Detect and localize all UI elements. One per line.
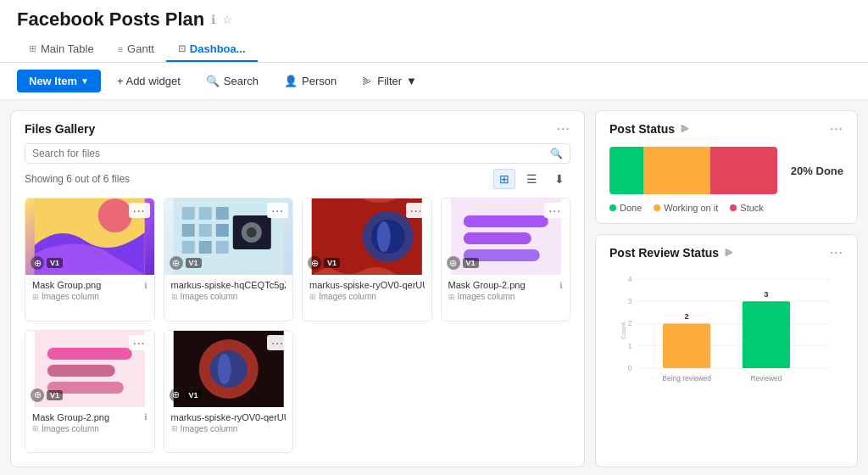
svg-rect-4: [198, 207, 211, 220]
version-badge: V1: [47, 258, 63, 268]
thumb-badge: ⊕ V1: [31, 256, 63, 270]
new-item-button[interactable]: New Item ▼: [17, 70, 101, 92]
file-info: markus-spiske-ryOV0-qerUU-... ℹ ⊞ Images…: [303, 275, 431, 305]
grid-icon: ⊞: [32, 293, 39, 301]
add-widget-button[interactable]: + Add widget: [108, 70, 190, 92]
tab-main-table[interactable]: ⊞ Main Table: [17, 37, 106, 62]
file-card-menu-icon[interactable]: ···: [129, 203, 150, 218]
file-card: ··· ⊕ V1 Mask Group.png ℹ ⊞ Images colum…: [25, 198, 155, 321]
file-thumbnail: ··· ⊕ V1: [164, 331, 293, 407]
grid-view-button[interactable]: ⊞: [493, 169, 515, 189]
app-header: Facebook Posts Plan ℹ ☆ ⊞ Main Table ≡ G…: [0, 0, 868, 63]
file-info: Mask Group.png ℹ ⊞ Images column: [25, 275, 154, 305]
svg-rect-9: [181, 241, 194, 254]
file-info: Mask Group-2.png ℹ ⊞ Images column: [25, 407, 154, 437]
version-badge: V1: [463, 258, 479, 268]
tab-dashboard[interactable]: ⊡ Dashboa...: [166, 37, 258, 62]
thumb-badge: ⊕ V1: [31, 388, 63, 402]
file-grid: ··· ⊕ V1 Mask Group.png ℹ ⊞ Images colum…: [11, 194, 584, 467]
add-badge-icon[interactable]: ⊕: [31, 388, 44, 402]
person-button[interactable]: 👤 Person: [275, 70, 346, 92]
star-icon[interactable]: ☆: [222, 13, 233, 26]
version-badge: V1: [186, 390, 202, 400]
file-card: ··· ⊕ V1 markus-spiske-hqCEQTc5gZ... ℹ ⊞…: [164, 198, 294, 321]
file-name: Mask Group-2.png ℹ: [448, 280, 564, 290]
file-thumbnail: ··· ⊕ V1: [25, 198, 154, 275]
file-card-menu-icon[interactable]: ···: [129, 335, 150, 350]
file-card-menu-icon[interactable]: ···: [544, 203, 565, 218]
svg-rect-24: [47, 348, 132, 360]
files-search-bar[interactable]: 🔍: [25, 143, 570, 164]
filter-icon[interactable]: ⫸: [680, 123, 690, 135]
info-icon[interactable]: ℹ: [559, 281, 563, 290]
legend-dot-working: [654, 204, 660, 211]
file-card-menu-icon[interactable]: ···: [267, 335, 288, 350]
svg-text:2: 2: [628, 319, 632, 327]
bar-working: [643, 147, 710, 194]
filter-button[interactable]: ⫸ Filter ▼: [353, 70, 426, 92]
file-card: ··· ⊕ V1 Mask Group-2.png ℹ ⊞ Images col…: [25, 330, 155, 454]
post-status-title: Post Status ⫸: [609, 122, 690, 136]
add-badge-icon[interactable]: ⊕: [31, 256, 44, 270]
file-column-label: ⊞ Images column: [309, 292, 425, 301]
search-icon: 🔍: [550, 148, 563, 159]
showing-count: Showing 6 out of 6 files: [25, 173, 130, 185]
tab-gantt[interactable]: ≡ Gantt: [106, 37, 166, 62]
svg-point-14: [246, 227, 256, 238]
post-review-menu-icon[interactable]: ···: [830, 245, 843, 260]
page-title-row: Facebook Posts Plan ℹ ☆: [17, 8, 851, 37]
svg-rect-10: [198, 241, 211, 254]
legend-dot-stuck: [730, 204, 737, 211]
svg-text:0: 0: [628, 364, 632, 372]
thumb-badge: ⊕ V1: [170, 388, 202, 402]
file-name: Mask Group-2.png ℹ: [32, 412, 147, 422]
info-icon[interactable]: ℹ: [144, 281, 147, 290]
add-badge-icon[interactable]: ⊕: [170, 256, 183, 270]
grid-icon: ⊞: [171, 424, 178, 433]
add-badge-icon[interactable]: ⊕: [447, 256, 460, 270]
post-status-menu-icon[interactable]: ···: [830, 121, 843, 137]
file-card-menu-icon[interactable]: ···: [267, 203, 288, 218]
legend-working: Working on it: [654, 203, 718, 213]
filter-icon: ⫸: [362, 75, 373, 87]
svg-text:3: 3: [764, 290, 768, 299]
file-name: Mask Group.png ℹ: [32, 280, 147, 290]
files-gallery-header: Files Gallery ···: [11, 111, 584, 143]
add-badge-icon[interactable]: ⊕: [308, 256, 321, 270]
file-card-menu-icon[interactable]: ···: [406, 203, 427, 218]
view-controls: ⊞ ☰ ⬇: [493, 169, 570, 189]
download-button[interactable]: ⬇: [548, 169, 570, 189]
svg-rect-3: [181, 207, 194, 220]
info-icon[interactable]: ℹ: [211, 13, 215, 26]
file-name: markus-spiske-ryOV0-qerUU-... ℹ: [171, 412, 287, 422]
search-button[interactable]: 🔍 Search: [197, 70, 268, 92]
svg-rect-44: [743, 301, 790, 368]
filter-icon[interactable]: ⫸: [724, 247, 734, 259]
list-view-button[interactable]: ☰: [520, 169, 543, 189]
post-review-header: Post Review Status ⫸ ···: [609, 245, 843, 260]
post-review-status-panel: Post Review Status ⫸ ··· 4 3 2 1 0 Count: [595, 234, 858, 467]
tabs-row: ⊞ Main Table ≡ Gantt ⊡ Dashboa...: [17, 37, 851, 62]
thumb-badge: ⊕ V1: [308, 256, 340, 270]
svg-point-1: [98, 198, 132, 232]
info-icon[interactable]: ℹ: [144, 412, 147, 422]
files-gallery-title: Files Gallery: [25, 122, 95, 136]
thumb-badge: ⊕ V1: [447, 256, 479, 270]
file-thumbnail: ··· ⊕ V1: [442, 198, 570, 275]
file-column-label: ⊞ Images column: [448, 292, 564, 301]
bar-stuck: [710, 147, 777, 194]
grid-icon: ⊞: [448, 293, 455, 301]
files-gallery-menu-icon[interactable]: ···: [557, 121, 570, 137]
file-thumbnail: ··· ⊕ V1: [164, 198, 293, 275]
svg-rect-5: [215, 207, 228, 220]
add-badge-icon[interactable]: ⊕: [170, 388, 183, 402]
file-info: markus-spiske-ryOV0-qerUU-... ℹ ⊞ Images…: [164, 407, 293, 437]
legend: Done Working on it Stuck: [609, 203, 843, 213]
svg-rect-11: [215, 241, 228, 254]
files-search-input[interactable]: [32, 148, 550, 159]
page-title: Facebook Posts Plan: [17, 8, 204, 31]
file-column-label: ⊞ Images column: [171, 292, 287, 301]
version-badge: V1: [324, 258, 340, 268]
legend-stuck: Stuck: [730, 203, 764, 213]
svg-point-18: [377, 221, 391, 252]
